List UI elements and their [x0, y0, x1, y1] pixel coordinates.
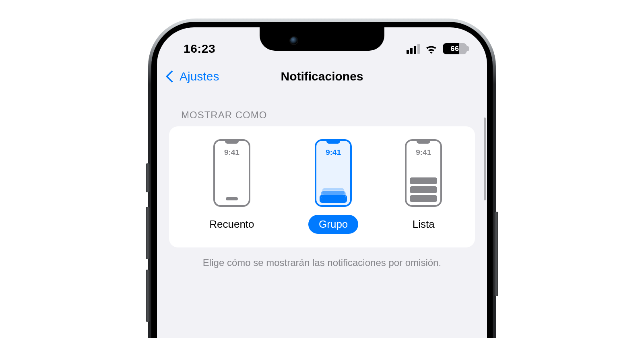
- stack-preview-icon: 9:41: [315, 139, 352, 207]
- page-title: Notificaciones: [281, 70, 363, 83]
- side-button: [494, 212, 498, 296]
- section-header: MOSTRAR COMO: [169, 109, 475, 126]
- device-frame: 16:23 66 Ajus: [148, 19, 496, 338]
- section-footer: Elige cómo se mostrarán las notificacion…: [169, 247, 475, 268]
- battery-indicator: 66: [443, 43, 467, 54]
- option-label: Lista: [402, 215, 445, 234]
- option-label: Grupo: [308, 215, 358, 234]
- option-label: Recuento: [199, 215, 264, 234]
- display-option-count[interactable]: 9:41 Recuento: [199, 139, 264, 234]
- display-notch: [260, 27, 384, 51]
- volume-down-button: [146, 270, 150, 322]
- list-preview-icon: 9:41: [405, 139, 442, 207]
- navigation-bar: Ajustes Notificaciones: [157, 60, 487, 93]
- back-button[interactable]: Ajustes: [167, 70, 219, 83]
- mute-switch: [146, 163, 150, 192]
- display-as-card: 9:41 Recuento 9:41: [169, 126, 475, 247]
- chevron-left-icon: [165, 70, 178, 82]
- wifi-icon: [425, 44, 438, 54]
- display-option-list[interactable]: 9:41 Lista: [402, 139, 445, 234]
- volume-up-button: [146, 207, 150, 259]
- front-camera: [290, 37, 297, 44]
- cellular-signal-icon: [407, 44, 420, 54]
- battery-level: 66: [443, 45, 467, 53]
- back-label: Ajustes: [180, 70, 219, 83]
- status-time: 16:23: [184, 42, 215, 56]
- display-option-stack[interactable]: 9:41 Grupo: [308, 139, 358, 234]
- screen: 16:23 66 Ajus: [157, 27, 487, 338]
- count-preview-icon: 9:41: [213, 139, 250, 207]
